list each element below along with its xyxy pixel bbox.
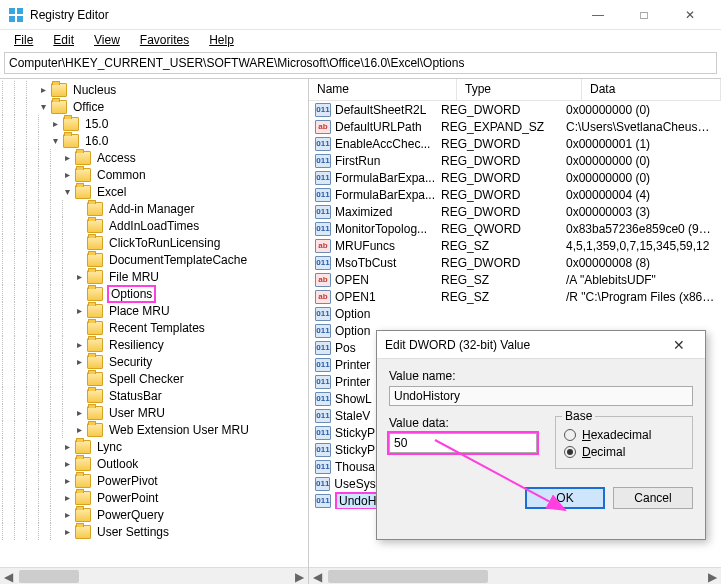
- expand-icon[interactable]: ▸: [62, 441, 73, 452]
- list-row[interactable]: 011DefaultSheetR2LREG_DWORD0x00000000 (0…: [309, 101, 721, 118]
- tree-user-mru[interactable]: ▸User MRU: [2, 404, 308, 421]
- column-type[interactable]: Type: [457, 79, 582, 100]
- collapse-icon[interactable]: ▾: [38, 101, 49, 112]
- list-row[interactable]: 011MsoTbCustREG_DWORD0x00000008 (8): [309, 254, 721, 271]
- binary-value-icon: 011: [315, 460, 331, 474]
- scroll-right-icon[interactable]: ▶: [704, 568, 721, 584]
- list-row[interactable]: 011FormulaBarExpa...REG_DWORD0x00000004 …: [309, 186, 721, 203]
- column-name[interactable]: Name: [309, 79, 457, 100]
- tree-label: File MRU: [107, 270, 161, 284]
- tree-nucleus[interactable]: ▸Nucleus: [2, 81, 308, 98]
- menu-help[interactable]: Help: [201, 31, 242, 49]
- tree-file-mru[interactable]: ▸File MRU: [2, 268, 308, 285]
- tree-powerpoint[interactable]: ▸PowerPoint: [2, 489, 308, 506]
- list-row[interactable]: 011MaximizedREG_DWORD0x00000003 (3): [309, 203, 721, 220]
- tree-resiliency[interactable]: ▸Resiliency: [2, 336, 308, 353]
- tree-web-ext-mru[interactable]: ▸Web Extension User MRU: [2, 421, 308, 438]
- expand-icon[interactable]: ▸: [74, 407, 85, 418]
- value-data: 0x00000003 (3): [560, 205, 721, 219]
- list-hscroll[interactable]: ◀ ▶: [309, 567, 721, 584]
- list-row[interactable]: abMRUFuncsREG_SZ4,5,1,359,0,7,15,345,59,…: [309, 237, 721, 254]
- address-bar[interactable]: Computer\HKEY_CURRENT_USER\SOFTWARE\Micr…: [4, 52, 717, 74]
- tree-16[interactable]: ▾16.0: [2, 132, 308, 149]
- value-data: /R "C:\Program Files (x86)\M: [560, 290, 721, 304]
- tree-security[interactable]: ▸Security: [2, 353, 308, 370]
- tree-office[interactable]: ▾Office: [2, 98, 308, 115]
- binary-value-icon: 011: [315, 307, 331, 321]
- value-name: EnableAccChec...: [335, 137, 430, 151]
- expand-icon[interactable]: ▸: [62, 152, 73, 163]
- radio-hexadecimal[interactable]: Hexadecimal: [564, 428, 684, 442]
- list-row[interactable]: 011Option: [309, 305, 721, 322]
- value-type: REG_DWORD: [435, 205, 560, 219]
- edit-dword-dialog: Edit DWORD (32-bit) Value ✕ Value name: …: [376, 330, 706, 540]
- expand-icon[interactable]: ▸: [38, 84, 49, 95]
- expand-icon[interactable]: ▸: [62, 458, 73, 469]
- scroll-left-icon[interactable]: ◀: [309, 568, 326, 584]
- value-data-input[interactable]: [389, 433, 537, 453]
- expand-icon[interactable]: ▸: [62, 492, 73, 503]
- list-row[interactable]: abOPEN1REG_SZ/R "C:\Program Files (x86)\…: [309, 288, 721, 305]
- tree-statusbar[interactable]: StatusBar: [2, 387, 308, 404]
- list-row[interactable]: 011FirstRunREG_DWORD0x00000000 (0): [309, 152, 721, 169]
- expand-icon[interactable]: ▸: [62, 169, 73, 180]
- expand-icon[interactable]: ▸: [50, 118, 61, 129]
- tree-common[interactable]: ▸Common: [2, 166, 308, 183]
- scroll-left-icon[interactable]: ◀: [0, 568, 17, 584]
- tree-addin-manager[interactable]: Add-in Manager: [2, 200, 308, 217]
- tree-addinloadtimes[interactable]: AddInLoadTimes: [2, 217, 308, 234]
- address-text: Computer\HKEY_CURRENT_USER\SOFTWARE\Micr…: [9, 56, 464, 70]
- expand-icon[interactable]: ▸: [74, 339, 85, 350]
- list-row[interactable]: 011MonitorTopolog...REG_QWORD0x83ba57236…: [309, 220, 721, 237]
- tree-label: Nucleus: [71, 83, 118, 97]
- list-row[interactable]: 011FormulaBarExpa...REG_DWORD0x00000000 …: [309, 169, 721, 186]
- value-data: C:\Users\SvetlanaCheusheva: [560, 120, 721, 134]
- menu-favorites[interactable]: Favorites: [132, 31, 197, 49]
- collapse-icon[interactable]: ▾: [62, 186, 73, 197]
- expand-icon[interactable]: ▸: [62, 509, 73, 520]
- tree-outlook[interactable]: ▸Outlook: [2, 455, 308, 472]
- expand-icon[interactable]: ▸: [62, 526, 73, 537]
- expand-icon[interactable]: ▸: [74, 356, 85, 367]
- list-row[interactable]: abOPENREG_SZ/A "AblebitsUDF": [309, 271, 721, 288]
- tree-recent-templates[interactable]: Recent Templates: [2, 319, 308, 336]
- menu-view[interactable]: View: [86, 31, 128, 49]
- maximize-button[interactable]: □: [621, 0, 667, 30]
- scroll-right-icon[interactable]: ▶: [291, 568, 308, 584]
- tree-powerpivot[interactable]: ▸PowerPivot: [2, 472, 308, 489]
- ok-button[interactable]: OK: [525, 487, 605, 509]
- tree-powerquery[interactable]: ▸PowerQuery: [2, 506, 308, 523]
- tree-label: Security: [107, 355, 154, 369]
- expand-icon[interactable]: ▸: [74, 305, 85, 316]
- tree-options[interactable]: Options: [2, 285, 308, 302]
- folder-icon: [87, 423, 103, 437]
- tree-excel[interactable]: ▾Excel: [2, 183, 308, 200]
- dialog-close-button[interactable]: ✕: [661, 337, 697, 353]
- tree-user-settings[interactable]: ▸User Settings: [2, 523, 308, 540]
- tree-label: User MRU: [107, 406, 167, 420]
- expand-icon[interactable]: ▸: [62, 475, 73, 486]
- collapse-icon[interactable]: ▾: [50, 135, 61, 146]
- list-row[interactable]: abDefaultURLPathREG_EXPAND_SZC:\Users\Sv…: [309, 118, 721, 135]
- cancel-button[interactable]: Cancel: [613, 487, 693, 509]
- minimize-button[interactable]: —: [575, 0, 621, 30]
- tree-access[interactable]: ▸Access: [2, 149, 308, 166]
- tree-15[interactable]: ▸15.0: [2, 115, 308, 132]
- svg-rect-2: [9, 16, 15, 22]
- column-data[interactable]: Data: [582, 79, 721, 100]
- tree-hscroll[interactable]: ◀ ▶: [0, 567, 308, 584]
- tree-place-mru[interactable]: ▸Place MRU: [2, 302, 308, 319]
- tree-spell-checker[interactable]: Spell Checker: [2, 370, 308, 387]
- radio-decimal[interactable]: Decimal: [564, 445, 684, 459]
- value-name-field[interactable]: UndoHistory: [389, 386, 693, 406]
- list-row[interactable]: 011EnableAccChec...REG_DWORD0x00000001 (…: [309, 135, 721, 152]
- close-button[interactable]: ✕: [667, 0, 713, 30]
- expand-icon[interactable]: ▸: [74, 271, 85, 282]
- tree-doctemplate[interactable]: DocumentTemplateCache: [2, 251, 308, 268]
- menu-edit[interactable]: Edit: [45, 31, 82, 49]
- tree-clicktorun[interactable]: ClickToRunLicensing: [2, 234, 308, 251]
- tree-pane[interactable]: ▸Nucleus▾Office▸15.0▾16.0▸Access▸Common▾…: [0, 79, 309, 584]
- tree-lync[interactable]: ▸Lync: [2, 438, 308, 455]
- expand-icon[interactable]: ▸: [74, 424, 85, 435]
- menu-file[interactable]: File: [6, 31, 41, 49]
